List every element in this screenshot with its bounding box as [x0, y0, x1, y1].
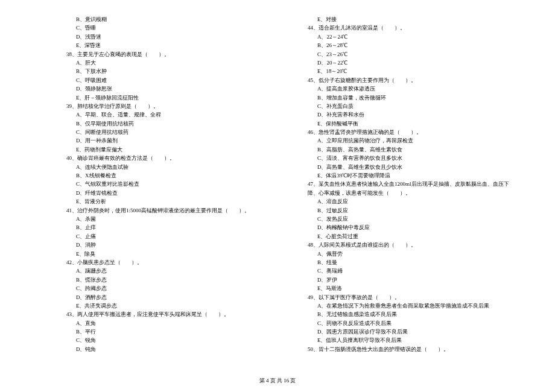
question-39: 39、肺结核化学治疗原则是（ ）。: [66, 102, 271, 110]
option: B、纽曼: [308, 258, 513, 267]
question-42: 42、小脑疾患步态呈（ ）。: [66, 258, 271, 267]
option: C、23～26℃: [308, 50, 513, 58]
option: A、连续大便隐血试验: [66, 163, 271, 171]
option: B、X线钡餐检查: [66, 171, 271, 180]
option: A、杀菌: [66, 215, 271, 223]
option: E、胃液分析: [66, 197, 271, 206]
option: D、因患方原因延误诊疗导致不良后果: [308, 327, 513, 336]
option: C、跨阈步态: [66, 284, 271, 292]
option: E、药物剂量应偏大: [66, 145, 271, 154]
option: D、钝角: [66, 345, 271, 353]
option: C、止痛: [66, 232, 271, 241]
question-50: 50、胃十二指肠溃疡急性大出血的护理错误的是（ ）。: [308, 345, 513, 353]
question-40: 40、确诊胃癌最有效的检查方法是（ ）。: [66, 154, 271, 162]
option: B、意识模糊: [66, 15, 271, 24]
option: B、增加血容量，改善微循环: [308, 93, 513, 102]
option: C、间断使用抗结核药: [66, 128, 271, 136]
option: E、对接: [308, 15, 513, 24]
option: D、消肿: [66, 241, 271, 249]
option: A、蹒跚步态: [66, 267, 271, 275]
option: B、无过错输血感染造成不良后果: [308, 310, 513, 318]
option: E、体温39℃时不需要物理降温: [308, 171, 513, 180]
option: B、仅早期使用抗结核药: [66, 119, 271, 128]
option: A、佩普劳: [308, 250, 513, 258]
option: E、除臭: [66, 250, 271, 258]
question-43: 43、两人使用平车搬运患者，应注意使平车头端和床尾呈（ ）。: [66, 310, 271, 318]
option: B、下肢水肿: [66, 67, 271, 75]
option: C、呼吸困难: [66, 76, 271, 84]
option: E、深昏迷: [66, 41, 271, 49]
option: D、浅昏迷: [66, 33, 271, 41]
option: D、酒醉步态: [66, 293, 271, 302]
option: B、止痒: [66, 223, 271, 232]
option: E、保持酸碱平衡: [308, 119, 513, 128]
option: B、慌张步态: [66, 276, 271, 284]
option: A、22～24℃: [308, 33, 513, 41]
question-46: 46、急性肾盂肾炎护理措施正确的是（ ）。: [308, 128, 513, 136]
option: E、肝－颈静脉回流征阳性: [66, 93, 271, 102]
option: E、马斯洛: [308, 284, 513, 292]
page-footer: 第 4 页 共 16 页: [0, 376, 555, 385]
option: E、18～20℃: [308, 67, 513, 75]
option: D、补充营养和水份: [308, 110, 513, 119]
option: B、平行: [66, 327, 271, 336]
option: A、在紧急情况下为抢救垂危患者生命而采取紧急医学措施造成不良后果: [308, 302, 513, 310]
page-content: B、意识模糊 C、昏睡 D、浅昏迷 E、深昏迷 38、主要见于左心衰竭的表现是（…: [0, 0, 555, 371]
option: B、过敏反应: [308, 206, 513, 215]
option: D、纤维胃镜检查: [66, 189, 271, 197]
left-column: B、意识模糊 C、昏睡 D、浅昏迷 E、深昏迷 38、主要见于左心衰竭的表现是（…: [66, 15, 271, 353]
option: D、颈静脉怒张: [66, 84, 271, 93]
question-48: 48、人际间关系模式是由谁提出的（ ）。: [308, 241, 513, 249]
option: C、锐角: [66, 336, 271, 344]
option: C、清淡、富有营养的饮食且多饮水: [308, 154, 513, 162]
option: C、药物不良反应造成不良后果: [308, 319, 513, 327]
option: E、值班人员擅离职守导致不良后果: [308, 336, 513, 344]
option: D、20～22℃: [308, 58, 513, 67]
option: E、共济失调步态: [66, 302, 271, 310]
right-column: E、对接 44、适合新生儿沐浴的室温是（ ）。 A、22～24℃ B、26～28…: [308, 15, 513, 353]
option: C、补充蛋白质: [308, 102, 513, 110]
option: B、26～28℃: [308, 41, 513, 49]
question-44: 44、适合新生儿沐浴的室温是（ ）。: [308, 24, 513, 32]
option: D、罗伊: [308, 276, 513, 284]
option: D、枸橼酸钠中毒反应: [308, 223, 513, 232]
option: E、心脏负荷过重: [308, 232, 513, 241]
option: A、立即应用抗菌药物治疗，再留尿检查: [308, 136, 513, 145]
option: D、高热量、高维生素饮食且少饮水: [308, 163, 513, 171]
option: C、奥瑞姆: [308, 267, 513, 275]
option: A、提高血浆胶体渗透压: [308, 84, 513, 93]
option: A、肝大: [66, 58, 271, 67]
option: A、溶血反应: [308, 197, 513, 206]
option: C、气钡双重对比造影检查: [66, 180, 271, 188]
option: C、发热反应: [308, 215, 513, 223]
question-38: 38、主要见于左心衰竭的表现是（ ）。: [66, 50, 271, 58]
option: D、用一种杀菌剂: [66, 136, 271, 145]
option: B、高脂肪、高热量、高维生素饮食: [308, 145, 513, 154]
question-45: 45、低分子右旋糖酐的主要作用为（ ）。: [308, 76, 513, 84]
question-41: 41、治疗外阴炎时，使用1:5000高锰酸钾溶液坐浴的最主要作用是（ ）。: [66, 206, 271, 215]
option: A、直角: [66, 319, 271, 327]
question-49: 49、以下属于医疗事故的是（ ）。: [308, 293, 513, 302]
option: A、早期、联合、适量、规律、全程: [66, 110, 271, 119]
option: C、昏睡: [66, 24, 271, 32]
question-47: 47、某失血性休克患者快速输入全血1200ml后出现手足抽搐、皮肤黏膜出血、血压…: [308, 180, 513, 197]
